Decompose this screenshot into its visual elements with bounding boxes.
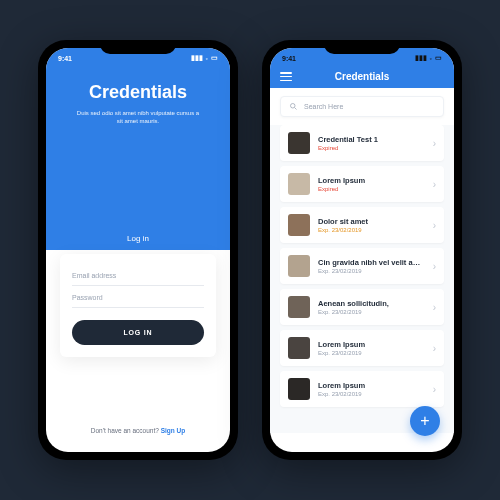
item-thumbnail (288, 132, 310, 154)
chevron-right-icon: › (433, 179, 436, 190)
password-field[interactable] (72, 286, 204, 308)
battery-icon: ▭ (435, 54, 442, 62)
app-title: Credentials (64, 82, 212, 103)
chevron-right-icon: › (433, 138, 436, 149)
login-card: LOG IN (60, 254, 216, 357)
item-thumbnail (288, 214, 310, 236)
item-thumbnail (288, 378, 310, 400)
item-subtitle: Expired (318, 145, 425, 151)
login-tab[interactable]: Log in (46, 234, 230, 243)
search-bar[interactable] (280, 96, 444, 117)
signup-prompt: Don't have an account? Sign Up (46, 427, 230, 434)
svg-line-1 (295, 108, 297, 110)
chevron-right-icon: › (433, 343, 436, 354)
item-title: Lorem Ipsum (318, 340, 425, 349)
hamburger-icon[interactable] (280, 72, 292, 81)
item-subtitle: Exp. 23/02/2019 (318, 350, 425, 356)
chevron-right-icon: › (433, 302, 436, 313)
search-input[interactable] (304, 103, 435, 110)
chevron-right-icon: › (433, 261, 436, 272)
header-title: Credentials (335, 71, 389, 82)
chevron-right-icon: › (433, 220, 436, 231)
add-button[interactable]: + (410, 406, 440, 436)
item-title: Lorem Ipsum (318, 176, 425, 185)
item-title: Aenean sollicitudin, (318, 299, 425, 308)
item-thumbnail (288, 337, 310, 359)
list-item[interactable]: Lorem IpsumExpired› (280, 166, 444, 202)
notch (324, 40, 400, 54)
item-thumbnail (288, 296, 310, 318)
chevron-right-icon: › (433, 384, 436, 395)
item-title: Lorem Ipsum (318, 381, 425, 390)
signal-icon: ▮▮▮ (415, 54, 427, 62)
status-time: 9:41 (58, 55, 72, 62)
signup-link[interactable]: Sign Up (161, 427, 186, 434)
item-thumbnail (288, 255, 310, 277)
search-icon (289, 102, 298, 111)
svg-point-0 (291, 104, 296, 109)
login-button[interactable]: LOG IN (72, 320, 204, 345)
battery-icon: ▭ (211, 54, 218, 62)
credential-list: Credential Test 1Expired›Lorem IpsumExpi… (270, 125, 454, 433)
list-item[interactable]: Cin gravida nibh vel velit auctorExp. 23… (280, 248, 444, 284)
login-hero: Credentials Duis sed odio sit amet nibh … (46, 48, 230, 250)
signal-icon: ▮▮▮ (191, 54, 203, 62)
email-field[interactable] (72, 264, 204, 286)
item-subtitle: Expired (318, 186, 425, 192)
list-item[interactable]: Lorem IpsumExp. 23/02/2019› (280, 371, 444, 407)
list-item[interactable]: Credential Test 1Expired› (280, 125, 444, 161)
wifi-icon: ◦ (206, 55, 208, 62)
item-subtitle: Exp. 23/02/2019 (318, 391, 425, 397)
notch (100, 40, 176, 54)
item-thumbnail (288, 173, 310, 195)
item-title: Cin gravida nibh vel velit auctor (318, 258, 425, 267)
wifi-icon: ◦ (430, 55, 432, 62)
item-title: Dolor sit amet (318, 217, 425, 226)
phone-list: 9:41 ▮▮▮ ◦ ▭ Credentials Credential Test… (262, 40, 462, 460)
list-item[interactable]: Dolor sit ametExp. 23/02/2019› (280, 207, 444, 243)
app-subtitle: Duis sed odio sit amet nibh vulputate cu… (73, 109, 203, 126)
item-subtitle: Exp. 23/02/2019 (318, 309, 425, 315)
list-item[interactable]: Aenean sollicitudin,Exp. 23/02/2019› (280, 289, 444, 325)
item-subtitle: Exp. 23/02/2019 (318, 227, 425, 233)
phone-login: 9:41 ▮▮▮ ◦ ▭ Credentials Duis sed odio s… (38, 40, 238, 460)
status-time: 9:41 (282, 55, 296, 62)
list-item[interactable]: Lorem IpsumExp. 23/02/2019› (280, 330, 444, 366)
item-title: Credential Test 1 (318, 135, 425, 144)
item-subtitle: Exp. 23/02/2019 (318, 268, 425, 274)
